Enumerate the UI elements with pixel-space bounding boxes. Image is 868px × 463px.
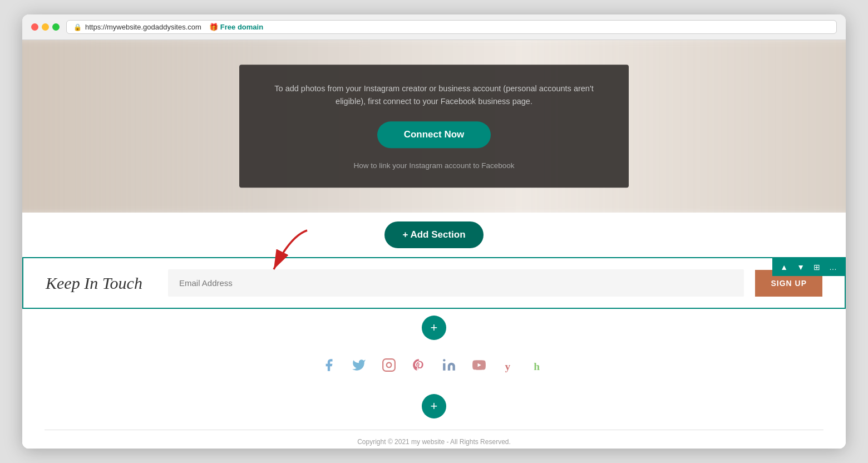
add-circle-button-top[interactable]: + <box>422 316 446 340</box>
add-section-between-bottom: + <box>22 387 846 425</box>
twitter-icon[interactable] <box>352 358 366 376</box>
traffic-lights <box>31 23 60 31</box>
pinterest-icon[interactable] <box>412 358 426 376</box>
svg-text:h: h <box>534 361 540 372</box>
add-circle-button-bottom[interactable]: + <box>422 394 446 418</box>
maximize-button[interactable] <box>52 23 60 31</box>
free-domain-badge: 🎁 Free domain <box>209 23 263 31</box>
connect-now-button[interactable]: Connect Now <box>377 122 491 149</box>
section-controls: ▲ ▼ ⊞ … <box>772 258 845 276</box>
add-section-area: + Add Section <box>22 213 846 257</box>
section-more-button[interactable]: … <box>827 262 839 273</box>
svg-text:y: y <box>505 361 510 372</box>
add-section-between-top: + <box>22 309 846 347</box>
keep-in-touch-section: ▲ ▼ ⊞ … Keep In Touch <box>22 257 846 309</box>
footer-divider <box>45 430 823 430</box>
gift-icon: 🎁 <box>209 23 218 31</box>
keep-in-touch-inner: Keep In Touch SIGN UP <box>23 258 845 308</box>
url-text: https://mywebsite.godaddysites.com <box>85 23 201 31</box>
yelp-icon[interactable]: y <box>502 358 516 376</box>
section-down-button[interactable]: ▼ <box>795 262 807 273</box>
minimize-button[interactable] <box>42 23 49 31</box>
instagram-section: To add photos from your Instagram creato… <box>22 40 846 213</box>
linkedin-icon[interactable] <box>442 358 456 376</box>
add-section-button[interactable]: + Add Section <box>384 221 483 248</box>
youtube-icon[interactable] <box>472 358 486 376</box>
address-bar[interactable]: 🔒 https://mywebsite.godaddysites.com 🎁 F… <box>66 20 837 34</box>
social-icons-section: y h <box>22 347 846 387</box>
keep-in-touch-label: Keep In Touch <box>46 274 157 293</box>
lock-icon: 🔒 <box>73 23 82 31</box>
section-up-button[interactable]: ▲ <box>778 262 790 273</box>
instagram-description: To add photos from your Instagram creato… <box>262 82 606 108</box>
footer-section: Copyright © 2021 my website - All Rights… <box>22 425 846 449</box>
svg-point-3 <box>443 359 445 361</box>
facebook-icon[interactable] <box>322 358 336 376</box>
close-button[interactable] <box>31 23 38 31</box>
instagram-overlay: To add photos from your Instagram creato… <box>239 65 629 188</box>
copyright-text: Copyright © 2021 my website - All Rights… <box>22 438 846 446</box>
browser-window: 🔒 https://mywebsite.godaddysites.com 🎁 F… <box>22 14 846 449</box>
section-layout-button[interactable]: ⊞ <box>811 262 822 273</box>
houzz-icon[interactable]: h <box>532 358 546 376</box>
svg-rect-1 <box>383 359 395 371</box>
instagram-icon[interactable] <box>382 358 396 376</box>
instagram-link-text[interactable]: How to link your Instagram account to Fa… <box>262 162 606 170</box>
browser-chrome: 🔒 https://mywebsite.godaddysites.com 🎁 F… <box>22 14 846 40</box>
email-address-input[interactable] <box>168 269 744 297</box>
browser-content: To add photos from your Instagram creato… <box>22 40 846 449</box>
